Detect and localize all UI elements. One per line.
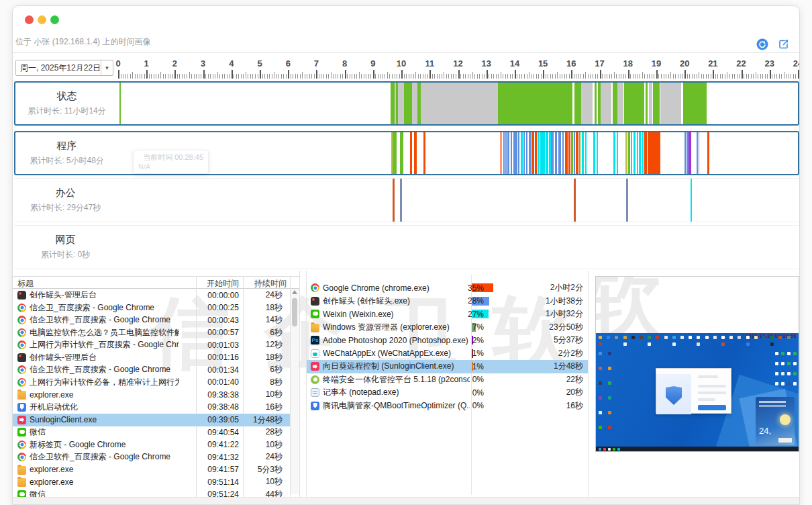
zoom-button[interactable] <box>50 15 59 24</box>
activity-stripe <box>414 132 417 174</box>
program-row[interactable]: 记事本 (notepad.exe)0%20秒 <box>307 386 588 400</box>
hour-label: 3 <box>197 58 210 68</box>
date-picker[interactable]: 周一, 2025年12月22日 ▼ <box>15 60 113 76</box>
desktop-icon <box>738 336 741 339</box>
scroll-up-icon[interactable] <box>292 290 297 294</box>
chrome-icon <box>17 316 26 324</box>
row-total-duration: 累计时长: 29分47秒 <box>30 202 101 214</box>
hour-label: 19 <box>650 58 663 68</box>
table-scrollbar[interactable] <box>291 289 299 494</box>
timeline-track[interactable] <box>119 132 798 174</box>
table-row[interactable]: 信企卫软件_百度搜索 - Google Chrome09:41:3224秒 <box>13 451 290 463</box>
row-start-time: 00:01:16 <box>179 353 239 362</box>
activity-stripe <box>691 179 692 222</box>
timeline-track[interactable] <box>119 83 798 124</box>
share-button[interactable] <box>778 38 790 50</box>
row-duration: 28秒 <box>239 426 285 438</box>
activity-segment <box>412 83 417 124</box>
activity-segment <box>646 83 648 124</box>
minimize-button[interactable] <box>38 15 46 24</box>
desktop-icon <box>664 336 668 339</box>
column-start-time[interactable]: 开始时间 <box>196 278 239 289</box>
desktop-icon <box>656 336 659 339</box>
table-row[interactable]: 信企卫软件_百度搜索 - Google Chrome00:00:4314秒 <box>13 314 290 326</box>
table-row[interactable]: 开机启动优化09:38:4816秒 <box>13 401 290 414</box>
jar-icon <box>17 291 26 300</box>
table-row[interactable]: 新标签页 - Google Chrome09:41:2210秒 <box>13 439 290 451</box>
table-row[interactable]: 信企卫_百度搜索 - Google Chrome00:00:2518秒 <box>13 302 290 314</box>
program-row[interactable]: Weixin (Weixin.exe)27%1小时32分 <box>307 308 588 321</box>
row-title: SunloginClient.exe <box>30 415 97 424</box>
programs-panel: Google Chrome (chrome.exe)35%2小时2分创作罐头 (… <box>306 271 589 499</box>
desktop-icon <box>775 362 778 365</box>
preview-taskbar <box>596 447 799 451</box>
desktop-icon <box>608 426 611 429</box>
table-row[interactable]: 上网行为审计软件必备，精准审计上网行为，提升...00:01:408秒 <box>13 376 290 389</box>
program-name: Windows 资源管理器 (explorer.exe) <box>323 322 450 333</box>
column-title[interactable]: 标题 <box>17 278 34 289</box>
table-row[interactable]: explorer.exe09:38:3810秒 <box>13 388 290 401</box>
program-row[interactable]: Google Chrome (chrome.exe)35%2小时2分 <box>307 281 588 295</box>
row-start-time: 00:00:00 <box>179 291 239 300</box>
program-row[interactable]: 腾讯电脑管家-QMBootTimeOptimizer (Q...0%16秒 <box>307 400 588 413</box>
program-row[interactable]: 向日葵远程控制 (SunloginClient.exe)1%1分48秒 <box>307 360 588 373</box>
activity-segment <box>498 83 573 124</box>
program-row[interactable]: 创作罐头 (创作罐头.exe)28%1小时38分 <box>307 295 588 308</box>
hour-label: 18 <box>621 58 635 68</box>
desktop-icon <box>781 382 784 385</box>
scrollbar-thumb[interactable] <box>292 298 297 326</box>
timeline-row-办公[interactable]: 办公累计时长: 29分47秒 <box>14 178 799 222</box>
close-button[interactable] <box>25 15 34 24</box>
screenshot-preview[interactable]: 软 件 2025-12-22 09:39:55 <box>595 276 799 452</box>
desktop-icon <box>793 382 797 385</box>
row-title: explorer.exe <box>30 465 73 474</box>
program-row[interactable]: WeChatAppEx (WeChatAppEx.exe)1%2分2秒 <box>307 347 588 361</box>
bottom-scroll-strip[interactable] <box>13 497 799 504</box>
desktop-icon <box>721 342 725 346</box>
desktop-icon <box>781 362 784 365</box>
timeline-row-程序[interactable]: 程序累计时长: 5小时48分 <box>14 131 799 175</box>
activity-stripe <box>423 132 425 174</box>
row-title: 新标签页 - Google Chrome <box>30 439 125 451</box>
hour-label: 24 <box>791 58 800 68</box>
table-row[interactable]: 信企卫软件_百度搜索 - Google Chrome00:01:346秒 <box>13 363 290 376</box>
desktop-icon <box>713 336 717 339</box>
desktop-icon <box>599 336 602 339</box>
desktop-icon <box>778 336 782 339</box>
program-name: 向日葵远程控制 (SunloginClient.exe) <box>323 361 454 372</box>
activity-stripe <box>628 132 630 174</box>
column-duration[interactable]: 持续时间 <box>243 278 287 289</box>
program-row[interactable]: 终端安全一体化管控平台 5.1.18 (p2console...0%22秒 <box>307 373 588 387</box>
activity-stripe <box>613 132 615 174</box>
table-row[interactable]: 上网行为审计软件_百度搜索 - Google Chrome00:01:0312秒 <box>13 338 290 351</box>
widget-button <box>778 438 792 443</box>
folder-icon <box>311 324 319 332</box>
desktop-icon <box>599 381 602 385</box>
program-row[interactable]: Windows 资源管理器 (explorer.exe)7%23分50秒 <box>307 321 588 334</box>
activity-stripe <box>521 132 523 174</box>
table-row[interactable]: 电脑监控软件怎么选？员工电脑监控软件解析，202...00:00:576秒 <box>13 326 290 339</box>
timeline-track[interactable] <box>118 179 799 222</box>
activity-stripe <box>400 179 402 222</box>
table-row[interactable]: explorer.exe09:51:1410秒 <box>13 475 290 488</box>
hour-label: 8 <box>338 58 352 68</box>
table-row[interactable]: explorer.exe09:41:575分3秒 <box>13 463 290 476</box>
row-title: 上网行为审计软件必备，精准审计上网行为，提升... <box>30 377 179 388</box>
program-row[interactable]: PsAdobe Photoshop 2020 (Photoshop.exe)2%… <box>307 334 588 347</box>
timeline-row-状态[interactable]: 状态累计时长: 11小时14分 <box>14 81 799 126</box>
activity-stripe <box>523 132 525 174</box>
table-row[interactable]: 创作罐头-管理后台00:01:1618秒 <box>13 351 290 364</box>
refresh-button[interactable] <box>756 38 768 50</box>
activity-stripe <box>526 132 527 174</box>
timeline-track[interactable] <box>118 226 799 269</box>
hour-label: 11 <box>423 58 436 68</box>
desktop-icon <box>787 352 791 355</box>
table-row[interactable]: 创作罐头-管理后台00:00:0024秒 <box>13 289 290 302</box>
table-row[interactable]: 微信09:40:5428秒 <box>13 426 290 439</box>
activity-stripe <box>503 132 505 174</box>
hour-label: 1 <box>140 58 153 68</box>
program-name: 创作罐头 (创作罐头.exe) <box>323 295 410 307</box>
table-row[interactable]: SunloginClient.exe09:39:051分48秒 <box>13 414 290 426</box>
timeline-row-网页[interactable]: 网页累计时长: 0秒 <box>14 225 799 269</box>
activity-stripe <box>637 132 638 174</box>
